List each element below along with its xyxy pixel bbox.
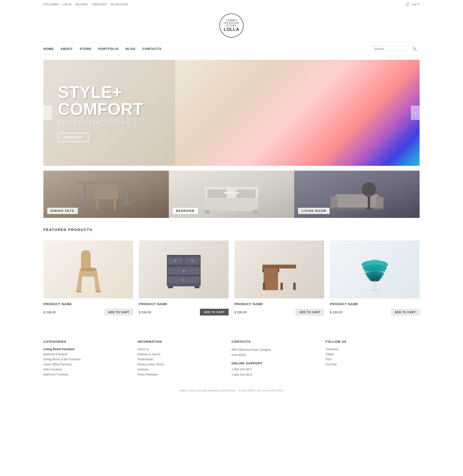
hero-cta-button[interactable]: VIEW MORE [58, 133, 89, 142]
search-box: 🔍 [371, 45, 420, 52]
svg-rect-40 [263, 283, 265, 290]
cart-icon: 🛒 [405, 2, 410, 7]
product-price-1: $ 199.00 [43, 311, 56, 314]
logo[interactable]: TOMMY INTERIOR STORE LOLLA [219, 14, 244, 38]
svg-point-34 [183, 279, 185, 281]
footer-address: 8901 Marmora Road, Glasgow, [232, 347, 318, 353]
footer-information-title: INFORMATION [137, 340, 224, 343]
category-tile-dining[interactable]: DINING SETS [43, 171, 169, 218]
svg-rect-7 [114, 200, 116, 210]
nav-portfolio[interactable]: PORTFOLIO [98, 47, 119, 51]
category-tiles: DINING SETS BEDROOM [43, 171, 420, 218]
product-price-4: $ 199.00 [330, 311, 342, 314]
footer-cat-item-4: Home Office Furniture [43, 363, 130, 366]
footer-info-link-4[interactable]: Privacy policy Terms [137, 363, 164, 366]
svg-rect-18 [333, 208, 381, 210]
svg-rect-15 [335, 194, 379, 209]
svg-point-22 [80, 268, 97, 271]
featured-title: FEATURED PRODUCTS [43, 227, 420, 235]
product-image-2 [139, 241, 229, 298]
footer-info-link-6[interactable]: Press Releases [137, 373, 158, 376]
footer-info-link-5[interactable]: Archives [137, 368, 149, 371]
comments-rss-link[interactable]: Comments (RSS) [263, 389, 283, 392]
nav-store[interactable]: STORE [80, 47, 92, 51]
product-image-1 [43, 241, 133, 298]
login-link[interactable]: LOG IN [62, 3, 71, 6]
footer-social-item-4: YouTube [326, 363, 412, 366]
svg-rect-26 [167, 275, 201, 276]
footer-cat-link-5[interactable]: Kids' Furniture [43, 368, 62, 371]
footer-information-list: About us Delivery & returns Testimonials… [137, 347, 224, 376]
hero-next-button[interactable]: › [411, 105, 420, 120]
footer-cat-link-4[interactable]: Home Office Furniture [43, 363, 72, 366]
search-button[interactable]: 🔍 [413, 47, 417, 51]
footer-info-link-1[interactable]: About us [137, 347, 149, 351]
footer-info-link-2[interactable]: Delivery & returns [137, 353, 160, 356]
footer-info-item-1: About us [137, 347, 224, 351]
footer-categories-title: CATEGORIES [43, 340, 130, 343]
delivery-link[interactable]: DELIVERY [75, 3, 88, 6]
svg-rect-12 [205, 210, 210, 214]
site-admin-link[interactable]: SITE ADMIN [43, 3, 58, 6]
add-to-cart-4[interactable]: ADD TO CART [391, 309, 420, 315]
entries-rss-link[interactable]: Entries (RSS) [239, 389, 255, 392]
footer-grid: CATEGORIES Living Room Furniture Bedroom… [43, 340, 420, 378]
svg-rect-20 [368, 197, 370, 209]
footer-social-item-3: RSS [326, 357, 412, 361]
nav-contacts[interactable]: CONTACTS [142, 47, 161, 51]
category-tile-living[interactable]: LIVING ROOM [294, 171, 420, 218]
footer-social-link-4[interactable]: YouTube [326, 363, 337, 366]
my-account-link[interactable]: MY ACCOUNT [111, 3, 129, 6]
footer-social-link-3[interactable]: RSS [326, 358, 332, 361]
footer-social-item-1: Facebook [326, 347, 412, 351]
footer-social-link-1[interactable]: Facebook [326, 347, 338, 351]
add-to-cart-2[interactable]: ADD TO CART [200, 309, 229, 315]
svg-rect-21 [365, 208, 373, 209]
nav-blog[interactable]: BLOG [126, 47, 136, 51]
footer-contacts-col: CONTACTS 8901 Marmora Road, Glasgow, DG4… [232, 340, 326, 378]
svg-rect-14 [224, 192, 239, 194]
footer-info-link-3[interactable]: Testimonials [137, 358, 153, 361]
footer-info-item-3: Testimonials [137, 357, 224, 361]
cat-label-dining: DINING SETS [47, 208, 78, 214]
hero-background [175, 60, 420, 166]
footer-phone1: 1-800-234-5677 [232, 367, 318, 372]
add-to-cart-1[interactable]: ADD TO CART [104, 309, 133, 315]
product-name-3: PRODUCT NAME [234, 302, 324, 306]
product-footer-4: $ 199.00 ADD TO CART [330, 309, 420, 315]
hero-prev-button[interactable]: ‹ [43, 105, 52, 120]
footer-cat-link-2[interactable]: Bedroom Furniture [43, 353, 68, 356]
footer-contacts-title: CONTACTS [232, 340, 318, 343]
checkout-link[interactable]: CHECKOUT [92, 3, 107, 6]
footer-cat-link-6[interactable]: Bathroom Furniture [43, 373, 68, 376]
nav-links: HOME ABOUT STORE PORTFOLIO BLOG CONTACTS [43, 47, 161, 51]
add-to-cart-3[interactable]: ADD TO CART [295, 309, 324, 315]
footer-categories: CATEGORIES Living Room Furniture Bedroom… [43, 340, 137, 378]
search-input[interactable] [374, 47, 413, 51]
svg-rect-4 [123, 202, 130, 204]
nav-home[interactable]: HOME [43, 47, 54, 51]
hero-subtitle: DECORATING IDEAS [58, 120, 143, 127]
svg-rect-24 [167, 255, 201, 256]
footer-cat-link-3[interactable]: Dining Room & Bar Furniture [43, 358, 80, 361]
footer-social-list: Facebook Twitter RSS YouTube [326, 347, 412, 366]
category-tile-bedroom[interactable]: BEDROOM [169, 171, 294, 218]
svg-rect-17 [376, 197, 383, 209]
footer-social-item-2: Twitter [326, 352, 412, 356]
product-price-3: $ 199.00 [234, 311, 247, 314]
svg-rect-39 [264, 268, 278, 290]
product-price-2: $ 199.00 [139, 311, 151, 314]
logo-line1: TOMMY [226, 19, 237, 22]
footer-postcode: DG4 89GR [232, 353, 318, 358]
footer-cat-link-1[interactable]: Living Room Furniture [43, 347, 74, 351]
footer-social-link-2[interactable]: Twitter [326, 353, 334, 356]
top-bar: SITE ADMIN LOG IN DELIVERY CHECKOUT MY A… [0, 0, 463, 9]
svg-rect-6 [97, 200, 98, 210]
online-support-title: ONLINE SUPPORT [232, 362, 318, 365]
featured-products-section: FEATURED PRODUCTS PRODUCT NAME $ 199.00 … [43, 227, 420, 315]
hero-slider: ‹ STYLE+ COMFORT DECORATING IDEAS VIEW M… [43, 60, 420, 166]
cat-label-bedroom: BEDROOM [173, 208, 198, 214]
cart-area[interactable]: 🛒 Cart ▾ [405, 2, 420, 7]
nav-about[interactable]: ABOUT [61, 47, 73, 51]
logo-circle: TOMMY INTERIOR STORE LOLLA [219, 14, 244, 38]
